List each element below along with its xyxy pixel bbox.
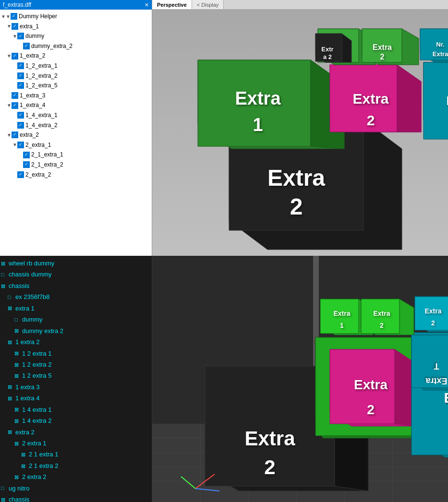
- lbl-dark-chassis: chassis: [9, 281, 29, 291]
- tree-root[interactable]: ▼ ▼ Dummy Helper: [1, 12, 151, 22]
- exp-dark-1extra4[interactable]: ⊠: [8, 394, 13, 403]
- tab-display[interactable]: < Display: [192, 0, 224, 9]
- exp-dark-12extra5[interactable]: ⊠: [14, 371, 20, 380]
- tree-item-dark-2extra2[interactable]: ⊠ 2 extra 2: [1, 471, 151, 482]
- exp-1extra4[interactable]: ▼: [7, 102, 12, 109]
- tree-item-extra1[interactable]: ▼ extra_1: [1, 22, 151, 32]
- cb-root[interactable]: [11, 13, 17, 20]
- exp-dark-14extra2[interactable]: ⊠: [14, 417, 20, 425]
- cb-21extra1[interactable]: [23, 152, 30, 158]
- tree-item-12extra1[interactable]: 1_2_extra_1: [1, 61, 151, 71]
- lbl-dark-extra2: extra 2: [15, 427, 35, 437]
- tree-item-1extra2[interactable]: ▼ 1_extra_2: [1, 51, 151, 61]
- expander-root[interactable]: ▼: [1, 13, 6, 21]
- tree-item-dark-14extra2[interactable]: ⊠ 1 4 extra 2: [1, 415, 151, 426]
- tree-item-dark-wheelrb[interactable]: ⊠ wheel rb dummy: [1, 258, 151, 269]
- exp-dark-dummyextra2[interactable]: ⊠: [14, 326, 20, 335]
- exp-dark-dummy[interactable]: □: [14, 315, 20, 324]
- tree-item-dark-12extra5[interactable]: ⊠ 1 2 extra 5: [1, 370, 151, 381]
- close-button[interactable]: ✕: [145, 2, 149, 8]
- tab-perspective[interactable]: Perspective: [152, 0, 192, 9]
- tree-item-1extra3[interactable]: 1_extra_3: [1, 91, 151, 101]
- tree-item-dummy[interactable]: ▼ dummy: [1, 31, 151, 41]
- exp-dark-1extra2[interactable]: ⊠: [8, 338, 13, 347]
- cb-1extra2[interactable]: [12, 53, 18, 60]
- svg-text:2: 2: [431, 319, 435, 327]
- tree-item-dark-1extra3[interactable]: ⊠ 1 extra 3: [1, 382, 151, 393]
- tree-item-dark-1extra4[interactable]: ⊠ 1 extra 4: [1, 393, 151, 404]
- tree-item-dark-21extra2[interactable]: ⊠ 2 1 extra 2: [1, 460, 151, 471]
- cb-2extra1[interactable]: [17, 142, 24, 148]
- exp-dark-1extra3[interactable]: ⊠: [8, 382, 13, 391]
- tree-item-extra2[interactable]: ▼ extra_2: [1, 130, 151, 140]
- tree-item-dark-chassis[interactable]: ⊠ chassis: [1, 280, 151, 291]
- exp-dark-2extra2[interactable]: ⊠: [14, 473, 20, 481]
- tree-item-dark-2extra1[interactable]: ⊠ 2 extra 1: [1, 438, 151, 449]
- cb-extra2[interactable]: [12, 131, 18, 138]
- cb-1extra4[interactable]: [12, 102, 18, 109]
- cb-21extra2[interactable]: [23, 161, 30, 168]
- tree-item-dark-dummyextra2[interactable]: ⊠ dummy extra 2: [1, 325, 151, 336]
- tab-display-label: < Display: [197, 2, 219, 8]
- tree-item-dark-extra2[interactable]: ⊠ extra 2: [1, 427, 151, 438]
- tree-item-dark-extra1[interactable]: ⊠ extra 1: [1, 303, 151, 314]
- exp-dark-extra1[interactable]: ⊠: [8, 304, 13, 312]
- tree-panel-top: f_extras.dff ✕ ▼ ▼ Dummy Helper ▼ extra_…: [0, 0, 152, 256]
- tree-item-14extra1[interactable]: 1_4_extra_1: [1, 110, 151, 120]
- tree-item-dark-1extra2[interactable]: ⊠ 1 extra 2: [1, 336, 151, 347]
- exp-dark-chassis2[interactable]: ⊠: [1, 495, 7, 502]
- exp-dummy[interactable]: ▼: [12, 33, 17, 40]
- tree-item-dark-chassis2[interactable]: ⊠ chassis: [1, 494, 151, 502]
- exp-dark-ugnitro[interactable]: □: [1, 484, 7, 492]
- exp-extra2[interactable]: ▼: [7, 131, 12, 139]
- cb-12extra1[interactable]: [17, 62, 24, 69]
- tree-item-12extra2[interactable]: 1_2_extra_2: [1, 71, 151, 81]
- exp-1extra2[interactable]: ▼: [7, 52, 12, 60]
- cb-1extra3[interactable]: [12, 92, 18, 99]
- exp-dark-21extra1[interactable]: ⊠: [21, 450, 27, 459]
- cb-dummy-extra2[interactable]: [23, 43, 30, 49]
- tree-item-dark-dummy[interactable]: □ dummy: [1, 314, 151, 325]
- tree-item-12extra5[interactable]: 1_2_extra_5: [1, 81, 151, 91]
- exp-dark-ex[interactable]: □: [8, 293, 13, 301]
- svg-text:2: 2: [290, 194, 303, 219]
- cb-12extra2[interactable]: [17, 72, 24, 79]
- exp-dark-12extra2[interactable]: ⊠: [14, 360, 20, 369]
- cb-dummy[interactable]: [17, 33, 24, 39]
- tree-item-dark-chassisdummy[interactable]: □ chassis dummy: [1, 269, 151, 280]
- expander-root2[interactable]: ▼: [6, 13, 11, 21]
- exp-dark-12extra1[interactable]: ⊠: [14, 349, 20, 358]
- cb-extra1[interactable]: [12, 23, 18, 30]
- tree-item-dark-12extra2[interactable]: ⊠ 1 2 extra 2: [1, 359, 151, 370]
- viewport-top[interactable]: Perspective < Display: [152, 0, 448, 256]
- exp-dark-chassis[interactable]: ⊠: [1, 282, 7, 290]
- exp-dark-extra2[interactable]: ⊠: [8, 428, 13, 436]
- svg-text:Extra: Extra: [446, 94, 448, 108]
- exp-dark-21extra2[interactable]: ⊠: [21, 462, 27, 470]
- cb-12extra5[interactable]: [17, 82, 24, 89]
- tree-item-dummy-extra2[interactable]: dummy_extra_2: [1, 41, 151, 51]
- cb-14extra2[interactable]: [17, 122, 24, 129]
- cb-2extra2[interactable]: [17, 171, 24, 178]
- tree-item-dark-21extra1[interactable]: ⊠ 2 1 extra 1: [1, 449, 151, 460]
- viewport-bottom[interactable]: Extra 2 Extra 1 Extra 2 Extra 1 Extra: [152, 256, 448, 502]
- exp-dark-2extra1[interactable]: ⊠: [14, 439, 20, 448]
- exp-2extra1[interactable]: ▼: [12, 141, 17, 149]
- tree-item-dark-12extra1[interactable]: ⊠ 1 2 extra 1: [1, 348, 151, 359]
- exp-dark-14extra1[interactable]: ⊠: [14, 405, 20, 414]
- cb-14extra1[interactable]: [17, 112, 24, 119]
- tree-item-2extra2[interactable]: 2_extra_2: [1, 170, 151, 180]
- exp-extra1[interactable]: ▼: [7, 23, 12, 30]
- tree-item-dark-14extra1[interactable]: ⊠ 1 4 extra 1: [1, 404, 151, 415]
- tree-item-dark-ex[interactable]: □ ex 2356f7b8: [1, 291, 151, 302]
- exp-dark-wheelrb[interactable]: ⊠: [1, 259, 7, 268]
- tree-item-dark-ugnitro[interactable]: □ ug nitro: [1, 483, 151, 494]
- tree-item-2extra1[interactable]: ▼ 2_extra_1: [1, 140, 151, 150]
- lbl-14extra2: 1_4_extra_2: [25, 121, 58, 130]
- exp-dark-chassisdummy[interactable]: □: [1, 270, 7, 279]
- tree-item-14extra2[interactable]: 1_4_extra_2: [1, 120, 151, 131]
- tree-content-bottom: ⊠ wheel rb dummy □ chassis dummy ⊠ chass…: [0, 256, 152, 502]
- tree-item-1extra4[interactable]: ▼ 1_extra_4: [1, 100, 151, 110]
- tree-item-21extra1[interactable]: 2_1_extra_1: [1, 150, 151, 160]
- tree-item-21extra2[interactable]: 2_1_extra_2: [1, 160, 151, 170]
